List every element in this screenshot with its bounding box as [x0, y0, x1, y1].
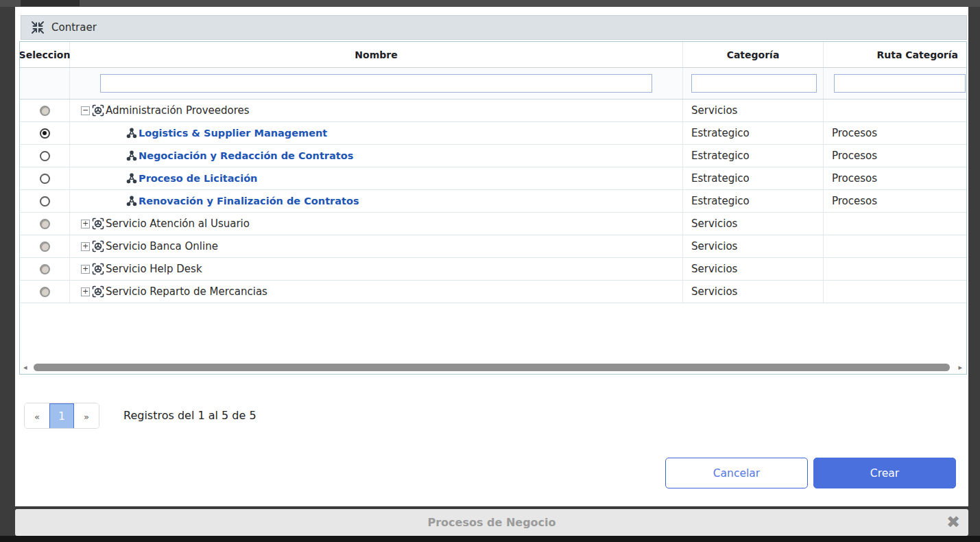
process-node-label: Servicio Banca Online	[106, 240, 218, 252]
process-link-label[interactable]: Negociación y Redacción de Contratos	[139, 150, 353, 161]
scroll-left-arrow-icon[interactable]: ◂	[23, 364, 27, 371]
process-sitemap-icon	[126, 173, 137, 184]
categoria-filter-input[interactable]	[691, 74, 817, 93]
table-row[interactable]: Proceso de Licitación Estrategico Proces…	[20, 167, 966, 190]
ruta-categoria-filter-input[interactable]	[834, 74, 966, 93]
scroll-right-arrow-icon[interactable]: ▸	[958, 364, 962, 371]
current-page-button[interactable]: 1	[49, 403, 74, 429]
horizontal-scrollbar[interactable]: ◂ ▸	[20, 362, 966, 374]
categoria-cell: Servicios	[683, 235, 824, 257]
background-overlay-top	[0, 0, 980, 7]
process-table: Seleccion Nombre Categoría Ruta Categorí…	[19, 41, 967, 375]
categoria-cell: Estrategico	[683, 190, 824, 212]
column-header-seleccion: Seleccion	[20, 42, 70, 67]
process-sitemap-icon	[126, 150, 137, 161]
categoria-cell: Estrategico	[683, 122, 824, 144]
collapse-arrows-icon	[31, 21, 45, 34]
column-header-nombre: Nombre	[70, 42, 683, 67]
dialog-title-bar: Procesos de Negocio ✖	[15, 509, 968, 536]
process-link-label[interactable]: Renovación y Finalización de Contratos	[139, 196, 359, 207]
filter-row	[20, 68, 966, 99]
next-page-button[interactable]: »	[74, 403, 99, 429]
collapse-node-icon[interactable]: −	[81, 106, 90, 115]
column-header-ruta-categoria: Ruta Categoría	[824, 42, 966, 67]
categoria-cell: Estrategico	[683, 167, 824, 189]
table-header-row: Seleccion Nombre Categoría Ruta Categorí…	[20, 42, 966, 68]
process-link-label[interactable]: Proceso de Licitación	[139, 173, 257, 184]
cancel-button[interactable]: Cancelar	[665, 458, 808, 488]
radio-button[interactable]	[40, 287, 50, 297]
table-row[interactable]: + Servicio Help Desk Servicios	[20, 258, 966, 281]
expand-node-icon[interactable]: +	[81, 287, 90, 296]
service-gear-icon	[92, 104, 104, 117]
ruta-categoria-cell	[824, 281, 966, 303]
expand-node-icon[interactable]: +	[81, 220, 90, 228]
dialog-title: Procesos de Negocio	[15, 509, 968, 536]
service-gear-icon	[92, 285, 104, 298]
radio-button[interactable]	[40, 264, 50, 274]
table-row[interactable]: Renovación y Finalización de Contratos E…	[20, 190, 966, 213]
categoria-cell: Estrategico	[683, 145, 824, 167]
radio-button[interactable]	[40, 106, 50, 116]
table-row[interactable]: + Servicio Atención al Usuario Servicios	[20, 213, 966, 235]
table-row[interactable]: − Administración Proveedores Servicios	[20, 99, 966, 122]
expand-node-icon[interactable]: +	[81, 265, 90, 274]
ruta-categoria-cell	[824, 213, 966, 235]
categoria-cell: Servicios	[683, 258, 824, 280]
radio-button[interactable]	[40, 196, 50, 207]
ruta-categoria-cell	[824, 99, 966, 121]
process-link-label[interactable]: Logistics & Supplier Management	[139, 128, 327, 139]
create-button[interactable]: Crear	[813, 458, 956, 488]
categoria-cell: Servicios	[683, 213, 824, 235]
ruta-categoria-cell	[824, 235, 966, 257]
ruta-categoria-cell	[824, 258, 966, 280]
background-page-remnant	[21, 0, 80, 6]
ruta-categoria-cell: Procesos	[824, 145, 966, 167]
records-summary: Registros del 1 al 5 de 5	[123, 403, 256, 429]
process-node-label: Servicio Atención al Usuario	[106, 217, 250, 230]
ruta-categoria-cell: Procesos	[824, 190, 966, 212]
pagination: « 1 »	[24, 403, 99, 429]
service-gear-icon	[92, 263, 104, 275]
background-overlay-bottom	[0, 536, 980, 542]
service-gear-icon	[92, 217, 104, 230]
radio-button[interactable]	[40, 151, 50, 161]
service-gear-icon	[92, 240, 104, 252]
table-row[interactable]: + Servicio Banca Online Servicios	[20, 235, 966, 258]
table-row[interactable]: Negociación y Redacción de Contratos Est…	[20, 145, 966, 167]
radio-button[interactable]	[40, 241, 50, 252]
scrollbar-thumb[interactable]	[34, 364, 950, 371]
table-row[interactable]: Logistics & Supplier Management Estrateg…	[20, 122, 966, 145]
process-sitemap-icon	[126, 196, 137, 207]
radio-button[interactable]	[40, 174, 50, 184]
process-node-label: Servicio Reparto de Mercancias	[106, 285, 267, 298]
collapse-all-label: Contraer	[51, 21, 97, 34]
process-node-label: Administración Proveedores	[106, 104, 250, 117]
column-header-categoria: Categoría	[683, 42, 824, 67]
process-picker-dialog: Contraer Seleccion Nombre Categoría Ruta…	[15, 7, 968, 506]
ruta-categoria-cell: Procesos	[824, 122, 966, 144]
categoria-cell: Servicios	[683, 99, 824, 121]
close-icon[interactable]: ✖	[946, 509, 960, 536]
categoria-cell: Servicios	[683, 281, 824, 303]
process-sitemap-icon	[126, 128, 137, 139]
process-node-label: Servicio Help Desk	[106, 263, 202, 275]
previous-page-button[interactable]: «	[25, 403, 49, 429]
radio-button[interactable]	[40, 128, 50, 139]
radio-button[interactable]	[40, 219, 50, 229]
collapse-all-button[interactable]: Contraer	[21, 15, 967, 40]
table-row[interactable]: + Servicio Reparto de Mercancias Servici…	[20, 281, 966, 303]
ruta-categoria-cell: Procesos	[824, 167, 966, 189]
expand-node-icon[interactable]: +	[81, 242, 90, 251]
nombre-filter-input[interactable]	[100, 74, 652, 93]
